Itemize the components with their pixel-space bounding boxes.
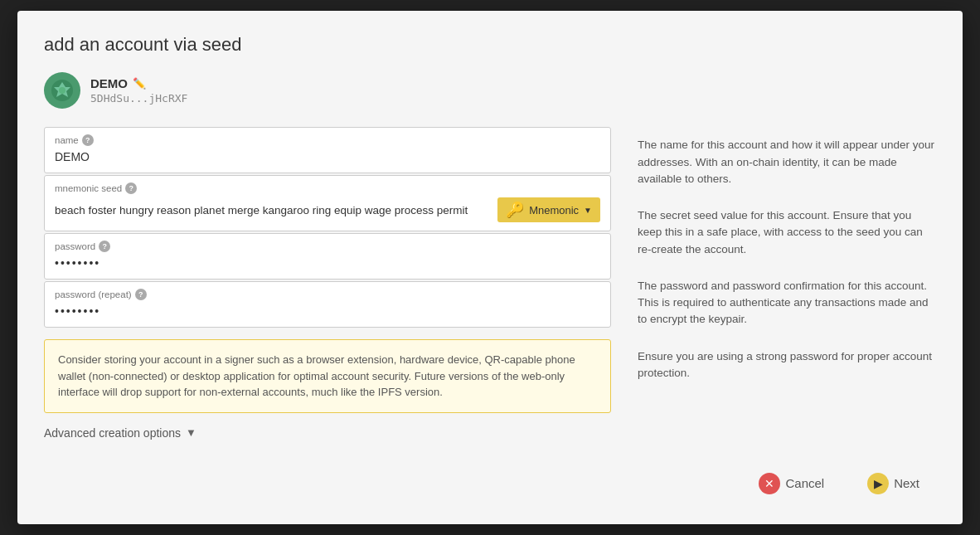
help-password-text: The password and password confirmation f… [638,280,928,326]
advanced-creation-options[interactable]: Advanced creation options ▼ [44,426,611,440]
help-mnemonic: The secret seed value for this account. … [638,197,936,268]
cancel-icon: ✕ [759,473,780,494]
avatar [44,72,80,109]
account-address: 5DHdSu...jHcRXF [90,92,187,105]
next-label: Next [894,476,919,490]
help-password: The password and password confirmation f… [638,268,936,338]
help-mnemonic-text: The secret seed value for this account. … [638,209,923,255]
account-info: DEMO ✏️ 5DHdSu...jHcRXF [90,76,187,105]
mnemonic-badge-icon: 🔑 [506,201,524,219]
password-repeat-help-icon[interactable]: ? [135,289,147,300]
name-label: name ? [55,134,600,146]
edit-icon[interactable]: ✏️ [133,77,146,90]
mnemonic-row: 🔑 Mnemonic ▼ [55,197,600,222]
mnemonic-input[interactable] [55,204,491,216]
password-repeat-field-group: password (repeat) ? •••••••• [44,281,611,328]
mnemonic-type-button[interactable]: 🔑 Mnemonic ▼ [497,197,600,222]
password-field-group: password ? •••••••• [44,233,611,280]
password-label: password ? [55,241,600,252]
mnemonic-chevron-icon: ▼ [584,206,592,215]
password-repeat-label: password (repeat) ? [55,289,600,300]
mnemonic-type-label: Mnemonic [529,204,579,216]
mnemonic-label: mnemonic seed ? [55,182,600,194]
advanced-chevron-icon: ▼ [186,426,196,439]
help-name: The name for this account and how it wil… [638,127,936,197]
help-password-extra: Ensure you are using a strong password f… [638,338,936,392]
modal-overlay: add an account via seed DEMO ✏️ 5DHdSu..… [0,0,980,535]
mnemonic-field-group: mnemonic seed ? 🔑 Mnemonic ▼ [44,175,611,231]
account-header: DEMO ✏️ 5DHdSu...jHcRXF [44,72,936,109]
warning-text: Consider storing your account in a signe… [58,353,575,398]
help-name-text: The name for this account and how it wil… [638,139,934,185]
password-help-icon[interactable]: ? [99,241,110,252]
cancel-label: Cancel [785,476,824,490]
modal-container: add an account via seed DEMO ✏️ 5DHdSu..… [17,11,963,524]
password-repeat-input[interactable]: •••••••• [55,304,100,318]
name-field-group: name ? [44,127,611,173]
warning-box: Consider storing your account in a signe… [44,339,611,413]
footer: ✕ Cancel ▶ Next [44,466,936,501]
password-input[interactable]: •••••••• [55,256,100,270]
name-help-icon[interactable]: ? [82,134,94,146]
account-name: DEMO [90,76,128,90]
cancel-button[interactable]: ✕ Cancel [742,466,841,501]
help-panel: The name for this account and how it wil… [638,127,936,440]
mnemonic-help-icon[interactable]: ? [125,182,137,194]
svg-point-2 [59,87,65,94]
form-body: name ? mnemonic seed ? 🔑 Mnemonic [44,127,936,440]
modal-title: add an account via seed [44,34,936,56]
next-button[interactable]: ▶ Next [851,466,936,501]
form-fields: name ? mnemonic seed ? 🔑 Mnemonic [44,127,611,440]
advanced-label: Advanced creation options [44,426,181,440]
help-password-extra-text: Ensure you are using a strong password f… [638,350,932,379]
name-input[interactable] [55,150,600,163]
next-icon: ▶ [867,473,889,494]
